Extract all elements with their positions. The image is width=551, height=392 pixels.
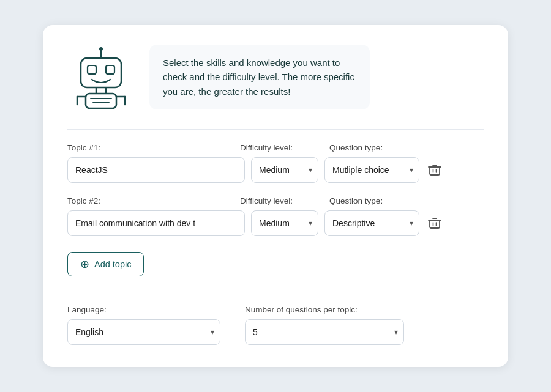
topic-row-1: Topic #1: Difficulty level: Question typ… bbox=[67, 143, 484, 183]
topic-2-fields: Easy Medium Hard ▾ Mutliple choice Descr… bbox=[67, 210, 484, 236]
topic-2-labels: Topic #2: Difficulty level: Question typ… bbox=[67, 196, 484, 205]
topic-1-qtype-select[interactable]: Mutliple choice Descriptive True/False bbox=[324, 157, 419, 183]
topic-2-diff-label: Difficulty level: bbox=[240, 196, 293, 205]
num-questions-label: Number of questions per topic: bbox=[245, 305, 404, 314]
num-questions-select[interactable]: 1 2 3 4 5 10 bbox=[245, 319, 404, 345]
language-label: Language: bbox=[67, 305, 220, 314]
topic-1-delete-button[interactable] bbox=[425, 161, 444, 179]
add-topic-label: Add topic bbox=[94, 259, 131, 269]
topic-1-difficulty-wrapper: Easy Medium Hard ▾ bbox=[251, 157, 318, 183]
svg-rect-7 bbox=[86, 94, 116, 108]
svg-rect-4 bbox=[106, 65, 114, 74]
topic-1-diff-label: Difficulty level: bbox=[240, 143, 293, 152]
topic-2-qtype-wrapper: Mutliple choice Descriptive True/False ▾ bbox=[324, 210, 419, 236]
num-questions-select-wrapper: 1 2 3 4 5 10 ▾ bbox=[245, 319, 404, 345]
topic-row-2: Topic #2: Difficulty level: Question typ… bbox=[67, 196, 484, 236]
topic-1-qtype-label: Question type: bbox=[329, 143, 383, 152]
topic-2-difficulty-select[interactable]: Easy Medium Hard bbox=[251, 210, 318, 236]
topic-1-input[interactable] bbox=[67, 157, 245, 183]
topic-1-difficulty-select[interactable]: Easy Medium Hard bbox=[251, 157, 318, 183]
topic-2-qtype-label: Question type: bbox=[329, 196, 383, 205]
language-select-wrapper: English Spanish French ▾ bbox=[67, 319, 220, 345]
plus-circle-icon: ⊕ bbox=[80, 259, 89, 270]
num-questions-group: Number of questions per topic: 1 2 3 4 5… bbox=[245, 305, 404, 345]
svg-rect-3 bbox=[88, 65, 96, 74]
topic-1-qtype-wrapper: Mutliple choice Descriptive True/False ▾ bbox=[324, 157, 419, 183]
bottom-section: Language: English Spanish French ▾ Numbe… bbox=[67, 305, 484, 345]
language-select[interactable]: English Spanish French bbox=[67, 319, 220, 345]
bottom-divider bbox=[67, 290, 484, 290]
speech-text: Select the skills and knowledge you want… bbox=[163, 57, 354, 97]
topic-1-label: Topic #1: bbox=[67, 143, 100, 152]
speech-bubble: Select the skills and knowledge you want… bbox=[149, 45, 370, 109]
topic-1-labels: Topic #1: Difficulty level: Question typ… bbox=[67, 143, 484, 152]
top-divider bbox=[67, 129, 484, 130]
topic-2-delete-button[interactable] bbox=[425, 214, 444, 232]
svg-rect-19 bbox=[430, 220, 440, 228]
topic-2-difficulty-wrapper: Easy Medium Hard ▾ bbox=[251, 210, 318, 236]
trash-icon bbox=[428, 216, 441, 230]
topic-2-input[interactable] bbox=[67, 210, 245, 236]
svg-point-1 bbox=[99, 47, 103, 51]
topic-2-label: Topic #2: bbox=[67, 196, 100, 205]
topic-1-fields: Easy Medium Hard ▾ Mutliple choice Descr… bbox=[67, 157, 484, 183]
add-topic-button[interactable]: ⊕ Add topic bbox=[67, 252, 144, 276]
topic-2-qtype-select[interactable]: Mutliple choice Descriptive True/False bbox=[324, 210, 419, 236]
language-group: Language: English Spanish French ▾ bbox=[67, 305, 220, 345]
svg-rect-14 bbox=[430, 167, 440, 175]
trash-icon bbox=[428, 163, 441, 177]
header-section: Select the skills and knowledge you want… bbox=[67, 45, 484, 112]
robot-illustration bbox=[67, 45, 135, 112]
main-card: Select the skills and knowledge you want… bbox=[43, 25, 508, 367]
